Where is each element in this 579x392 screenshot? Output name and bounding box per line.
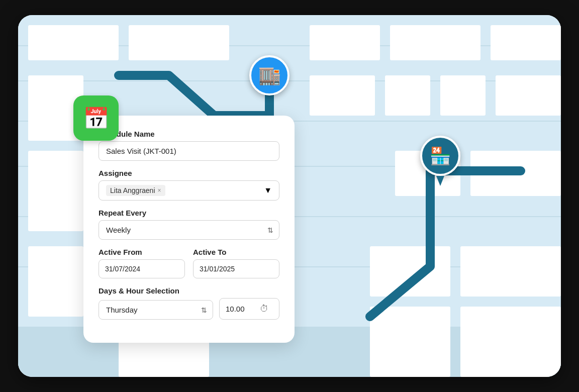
map-block (370, 246, 450, 297)
date-row: Active From Active To (99, 248, 279, 278)
active-from-group: Active From (99, 248, 185, 278)
map-block (496, 75, 561, 116)
warehouse-pin: 🏬 (249, 55, 290, 95)
day-select-wrapper: Monday Tuesday Wednesday Thursday Friday… (99, 300, 213, 320)
active-to-label: Active To (193, 248, 279, 256)
map-block (491, 25, 561, 60)
assignee-group: Assignee Lita Anggraeni × ▼ (99, 169, 279, 201)
store-pin-tail (436, 176, 444, 186)
active-from-label: Active From (99, 248, 185, 256)
screen-container: 🏬 🏪 📅 Schedule Name Assignee Lita Anggra… (18, 15, 561, 377)
map-block (310, 25, 380, 60)
assignee-tag: Lita Anggraeni × (106, 185, 165, 196)
days-hour-label: Days & Hour Selection (99, 286, 279, 295)
calendar-badge: 📅 (73, 95, 119, 141)
map-block (310, 75, 375, 116)
assignee-remove-button[interactable]: × (158, 187, 161, 194)
store-pin: 🏪 (420, 136, 460, 176)
schedule-name-label: Schedule Name (99, 130, 279, 138)
assignee-dropdown-arrow: ▼ (264, 186, 272, 195)
warehouse-icon: 🏬 (258, 65, 281, 86)
map-block (440, 75, 486, 116)
store-pin-wrapper: 🏪 (420, 136, 460, 186)
map-block (28, 246, 83, 317)
days-hour-group: Days & Hour Selection Monday Tuesday Wed… (99, 286, 279, 320)
repeat-every-group: Repeat Every Daily Weekly Monthly ⇅ (99, 209, 279, 240)
map-block (460, 307, 561, 377)
map-block (460, 246, 561, 297)
repeat-every-select[interactable]: Daily Weekly Monthly (99, 220, 279, 240)
assignee-field[interactable]: Lita Anggraeni × ▼ (99, 180, 279, 201)
active-to-group: Active To (193, 248, 279, 278)
map-block (385, 75, 430, 116)
active-from-input[interactable] (99, 259, 185, 278)
time-input[interactable] (226, 305, 256, 313)
map-block (390, 25, 480, 60)
schedule-name-input[interactable] (99, 141, 279, 161)
clock-icon: ⏱ (260, 304, 269, 314)
repeat-every-label: Repeat Every (99, 209, 279, 217)
assignee-name: Lita Anggraeni (110, 186, 155, 194)
form-panel: 📅 Schedule Name Assignee Lita Anggraeni … (83, 116, 295, 343)
schedule-name-group: Schedule Name (99, 130, 279, 161)
assignee-label: Assignee (99, 169, 279, 177)
store-icon: 🏪 (430, 146, 451, 166)
time-input-wrapper: ⏱ (219, 298, 279, 320)
day-select[interactable]: Monday Tuesday Wednesday Thursday Friday… (99, 300, 213, 320)
calendar-icon: 📅 (83, 106, 109, 131)
active-to-input[interactable] (193, 259, 279, 278)
map-block (28, 25, 119, 60)
days-hour-row: Monday Tuesday Wednesday Thursday Friday… (99, 298, 279, 320)
map-block (370, 307, 450, 377)
map-block (470, 151, 561, 196)
map-block (28, 151, 83, 231)
map-block (129, 25, 229, 60)
repeat-every-select-wrapper: Daily Weekly Monthly ⇅ (99, 220, 279, 240)
